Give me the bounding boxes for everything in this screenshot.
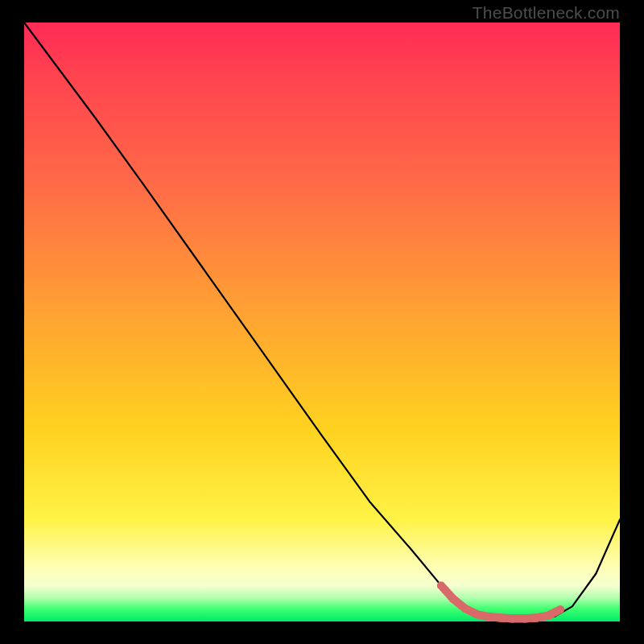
sweet-spot-dots <box>437 581 564 622</box>
plot-svg <box>24 23 620 621</box>
sweet-spot-dot <box>556 605 564 613</box>
plot-area <box>24 23 620 621</box>
bottleneck-curve-path <box>24 23 620 618</box>
chart-frame: TheBottleneck.com <box>0 0 644 644</box>
watermark-text: TheBottleneck.com <box>473 3 620 23</box>
